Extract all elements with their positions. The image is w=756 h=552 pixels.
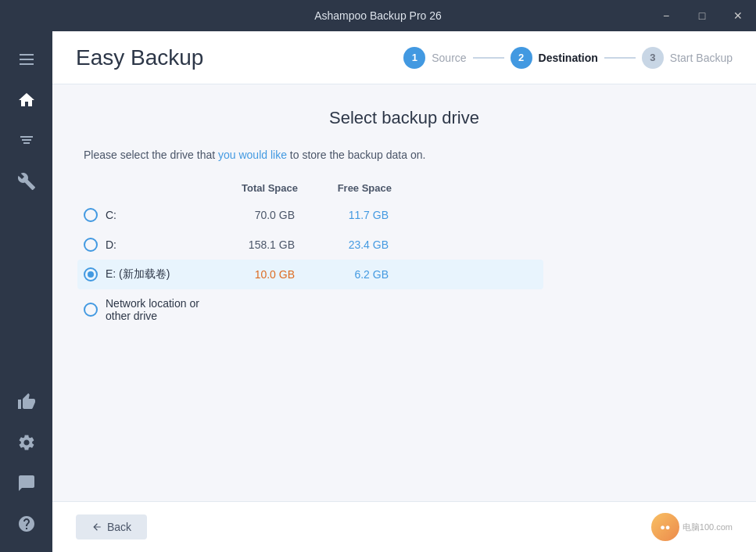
description-highlight: you would like xyxy=(218,149,287,161)
sidebar-item-backup[interactable] xyxy=(0,120,52,161)
step-2-circle: 2 xyxy=(511,47,532,69)
back-button[interactable]: Back xyxy=(76,514,147,539)
description-prefix: Please select the drive that xyxy=(84,149,218,161)
main-content: Select backup drive Please select the dr… xyxy=(52,84,756,501)
col-free-header: Free Space xyxy=(314,182,392,194)
drive-d-total: 158.1 GB xyxy=(217,238,295,251)
drive-e-radio-container: E: (新加载卷) xyxy=(84,267,217,281)
svg-rect-2 xyxy=(20,63,34,65)
drive-d-label: D: xyxy=(106,238,116,251)
sidebar-item-feedback[interactable] xyxy=(0,463,52,504)
drive-e-free: 6.2 GB xyxy=(310,268,389,281)
step-connector-1 xyxy=(473,57,504,59)
sidebar xyxy=(0,31,52,552)
close-button[interactable]: ✕ xyxy=(720,0,756,31)
back-arrow-icon xyxy=(91,522,102,532)
drive-c-total: 70.0 GB xyxy=(217,209,295,221)
sidebar-item-menu[interactable] xyxy=(0,39,52,80)
col-total-header: Total Space xyxy=(220,182,298,194)
step-1-circle: 1 xyxy=(403,47,425,69)
window-controls: − □ ✕ xyxy=(648,0,756,31)
drive-row-c[interactable]: C: 70.0 GB 11.7 GB xyxy=(84,200,537,230)
step-3-label: Start Backup xyxy=(670,52,733,64)
minimize-button[interactable]: − xyxy=(648,0,684,31)
drive-e-radio[interactable] xyxy=(84,267,98,281)
drive-row-network[interactable]: Network location or other drive xyxy=(84,289,537,330)
svg-rect-0 xyxy=(20,54,34,56)
watermark-text: 电脑100.com xyxy=(683,522,733,533)
step-3-circle: 3 xyxy=(642,47,664,69)
back-button-label: Back xyxy=(107,521,131,533)
drive-table-header: Total Space Free Space xyxy=(84,182,537,200)
section-description: Please select the drive that you would l… xyxy=(84,147,725,163)
drive-c-radio-container: C: xyxy=(84,208,217,222)
drive-e-total: 10.0 GB xyxy=(217,268,295,281)
drive-c-label: C: xyxy=(106,209,116,221)
step-2-label: Destination xyxy=(539,52,598,64)
svg-rect-1 xyxy=(20,59,34,60)
description-suffix: to store the backup data on. xyxy=(287,149,425,161)
drive-network-label: Network location or other drive xyxy=(106,297,217,322)
wizard-step-3: 3 Start Backup xyxy=(642,47,733,69)
page-header: Easy Backup 1 Source 2 Destination xyxy=(52,31,756,84)
content-area: Easy Backup 1 Source 2 Destination xyxy=(52,31,756,552)
footer: Back ●● 电脑100.com xyxy=(52,501,756,552)
step-1-label: Source xyxy=(432,52,466,64)
drive-d-radio[interactable] xyxy=(84,238,98,252)
watermark: ●● 电脑100.com xyxy=(651,513,733,541)
app-body: Easy Backup 1 Source 2 Destination xyxy=(0,31,756,552)
title-bar: Ashampoo Backup Pro 26 − □ ✕ xyxy=(0,0,756,31)
drive-network-radio-container: Network location or other drive xyxy=(84,297,217,322)
page-title: Easy Backup xyxy=(76,45,203,70)
sidebar-item-settings[interactable] xyxy=(0,422,52,463)
sidebar-item-help[interactable] xyxy=(0,504,52,544)
wizard-step-2: 2 Destination xyxy=(511,47,598,69)
wizard-step-1: 1 Source xyxy=(403,47,466,69)
step-connector-2 xyxy=(604,57,636,59)
drive-table: Total Space Free Space C: 70.0 GB 11.7 G… xyxy=(84,182,537,330)
drive-c-free: 11.7 GB xyxy=(310,209,389,221)
sidebar-item-home[interactable] xyxy=(0,80,52,120)
drive-network-radio[interactable] xyxy=(84,303,98,317)
drive-e-label: E: (新加载卷) xyxy=(106,267,170,281)
drive-d-free: 23.4 GB xyxy=(310,238,389,251)
drive-row-d[interactable]: D: 158.1 GB 23.4 GB xyxy=(84,230,537,260)
sidebar-item-tools[interactable] xyxy=(0,161,52,202)
drive-c-radio[interactable] xyxy=(84,208,98,222)
app-title: Ashampoo Backup Pro 26 xyxy=(314,9,442,22)
wizard-steps: 1 Source 2 Destination 3 xyxy=(403,47,733,69)
drive-row-e[interactable]: E: (新加载卷) 10.0 GB 6.2 GB xyxy=(77,260,543,289)
sidebar-item-thumbsup[interactable] xyxy=(0,382,52,422)
drive-d-radio-container: D: xyxy=(84,238,217,252)
watermark-logo: ●● xyxy=(651,513,679,541)
maximize-button[interactable]: □ xyxy=(684,0,720,31)
section-title: Select backup drive xyxy=(84,108,725,128)
